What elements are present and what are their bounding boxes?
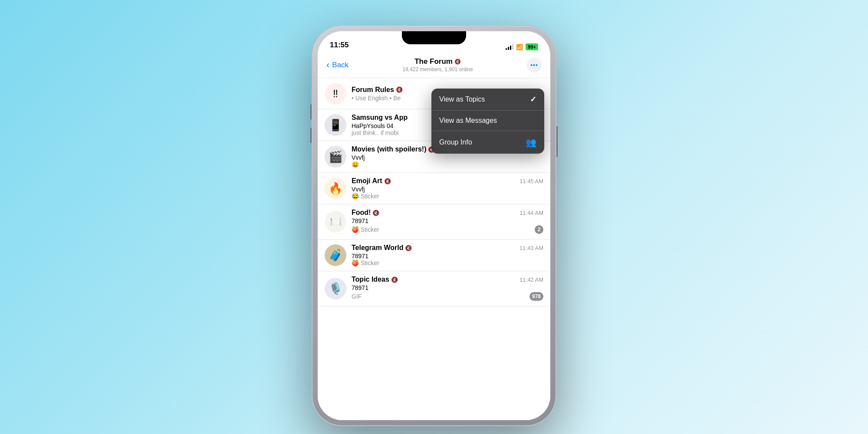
power-button-wrapper bbox=[556, 126, 558, 157]
signal-bars-icon bbox=[506, 44, 513, 50]
signal-bar-2 bbox=[508, 47, 509, 50]
phone-wrapper: 11:55 📶 99+ ‹ Back bbox=[312, 26, 556, 425]
topic-list: ‼️ Forum Rules 🔇 • Use English • Be bbox=[318, 78, 550, 420]
signal-bar-3 bbox=[510, 46, 511, 50]
group-info-item[interactable]: Group Info 👥 bbox=[431, 131, 544, 154]
status-icons: 📶 99+ bbox=[506, 43, 538, 50]
dropdown-overlay[interactable]: View as Topics ✓ View as Messages Group … bbox=[318, 78, 550, 420]
back-label: Back bbox=[332, 61, 349, 69]
view-as-topics-label: View as Topics bbox=[439, 95, 485, 103]
status-time: 11:55 bbox=[330, 41, 349, 50]
more-options-button[interactable]: ••• bbox=[527, 58, 542, 72]
phone-screen: 11:55 📶 99+ ‹ Back bbox=[318, 31, 550, 420]
view-as-topics-item[interactable]: View as Topics ✓ bbox=[431, 89, 544, 111]
nav-subtitle: 18,422 members, 1,901 online bbox=[403, 66, 473, 72]
group-info-label: Group Info bbox=[439, 138, 472, 146]
back-chevron-icon: ‹ bbox=[326, 60, 329, 70]
phone-frame: 11:55 📶 99+ ‹ Back bbox=[312, 26, 556, 425]
forum-title-text: The Forum bbox=[414, 57, 453, 66]
nav-title: The Forum 🔇 bbox=[403, 57, 473, 66]
screen-content: ‹ Back The Forum 🔇 18,422 members, 1,901… bbox=[318, 54, 550, 420]
signal-bar-4 bbox=[512, 44, 513, 50]
back-button[interactable]: ‹ Back bbox=[326, 60, 349, 70]
checkmark-icon: ✓ bbox=[530, 95, 536, 104]
wifi-icon: 📶 bbox=[516, 44, 523, 50]
power-button[interactable] bbox=[556, 126, 558, 157]
nav-center: The Forum 🔇 18,422 members, 1,901 online bbox=[403, 57, 473, 72]
notch bbox=[402, 31, 466, 44]
view-as-messages-item[interactable]: View as Messages bbox=[431, 111, 544, 131]
more-dots-icon: ••• bbox=[530, 62, 538, 69]
view-as-messages-label: View as Messages bbox=[439, 117, 497, 125]
dropdown-menu: View as Topics ✓ View as Messages Group … bbox=[431, 89, 544, 154]
nav-bar: ‹ Back The Forum 🔇 18,422 members, 1,901… bbox=[318, 54, 550, 78]
battery-badge: 99+ bbox=[526, 43, 538, 50]
signal-bar-1 bbox=[506, 48, 507, 50]
mute-icon: 🔇 bbox=[454, 59, 461, 65]
group-icon: 👥 bbox=[526, 137, 536, 148]
